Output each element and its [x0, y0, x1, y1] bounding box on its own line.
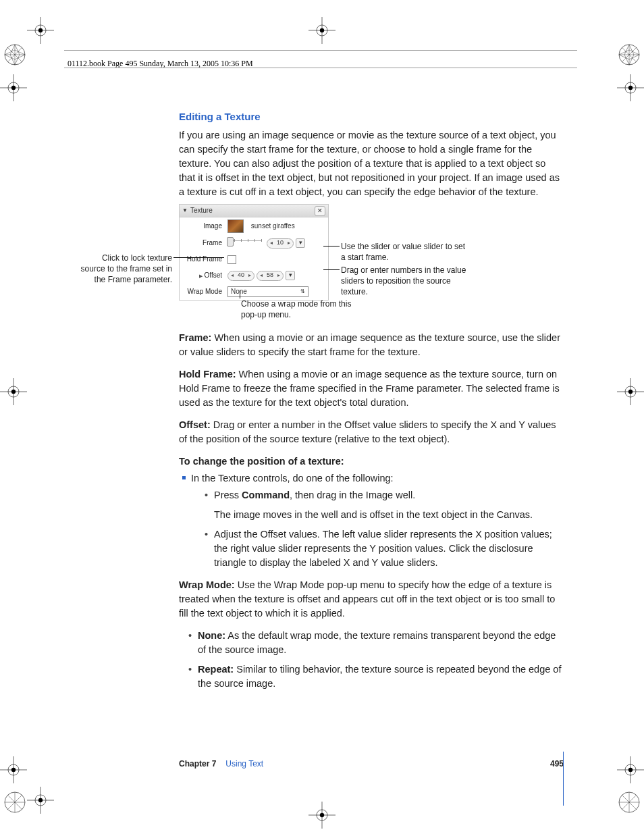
svg-point-26 [5, 792, 25, 812]
wrap-mode-list: None: As the default wrap mode, the text… [179, 629, 564, 691]
callout-line [323, 246, 340, 246]
run-in-label: Hold Frame: [179, 369, 236, 380]
run-in-label: None: [198, 630, 225, 641]
text: As the default wrap mode, the texture re… [198, 630, 556, 655]
intro-paragraph: If you are using an image sequence or mo… [179, 128, 564, 199]
page-number: 495 [550, 758, 564, 770]
label-frame: Frame [184, 238, 227, 249]
svg-line-23 [619, 55, 629, 59]
text: When using a movie or an image sequence … [179, 332, 560, 357]
registration-mark-icon [3, 43, 26, 66]
list-item: None: As the default wrap mode, the text… [198, 629, 564, 657]
text: Use the Wrap Mode pop-up menu to specify… [179, 579, 555, 619]
svg-line-5 [10, 45, 15, 55]
svg-point-65 [320, 813, 324, 817]
arrow-right-icon[interactable]: ▸ [247, 271, 252, 280]
arrow-left-icon[interactable]: ◂ [230, 271, 235, 280]
callout-left: Click to lock texture source to the fram… [78, 253, 172, 286]
crop-mark-icon [617, 756, 644, 783]
svg-point-40 [625, 82, 636, 93]
svg-line-30 [7, 795, 22, 810]
offset-y-slider[interactable]: ◂ 58 ▸ [257, 271, 284, 281]
body-text: Frame: When using a movie or an image se… [179, 331, 564, 699]
chapter-title: Using Text [225, 758, 263, 770]
row-holdframe: Hold Frame [180, 251, 328, 267]
svg-point-60 [35, 795, 46, 806]
frame-value-slider[interactable]: ◂ 10 ▸ [267, 238, 294, 249]
row-wrap: Wrap Mode None ⇅ [180, 284, 328, 300]
svg-line-20 [624, 55, 629, 65]
svg-point-48 [625, 386, 636, 397]
svg-line-25 [629, 55, 639, 59]
callout-right-2: Drag or enter numbers in the value slide… [341, 265, 476, 298]
para-hold: Hold Frame: When using a movie or an ima… [179, 367, 564, 410]
frame-slider[interactable] [227, 240, 262, 246]
svg-line-7 [10, 55, 15, 65]
crop-mark-icon [308, 17, 336, 44]
registration-mark-icon [618, 791, 641, 814]
hold-frame-checkbox[interactable] [227, 255, 236, 264]
image-name: sunset giraffes [251, 221, 295, 232]
offset-y-value: 58 [264, 271, 276, 280]
text: In the Texture controls, do one of the f… [191, 473, 394, 484]
crop-mark-icon [0, 756, 27, 783]
param-menu-icon[interactable]: ▾ [296, 238, 305, 248]
list-item: In the Texture controls, do one of the f… [191, 471, 564, 570]
slider-thumb-icon[interactable] [227, 237, 234, 246]
svg-line-11 [15, 50, 25, 55]
svg-line-18 [624, 45, 629, 55]
svg-point-45 [11, 390, 16, 394]
close-icon[interactable]: ✕ [315, 206, 325, 216]
figure: ▼ Texture ✕ Image sunset giraffes Frame [179, 204, 564, 325]
offset-x-slider[interactable]: ◂ 40 ▸ [227, 271, 254, 281]
para-wrap: Wrap Mode: Use the Wrap Mode pop-up menu… [179, 578, 564, 621]
svg-point-69 [320, 28, 324, 32]
svg-point-61 [38, 798, 43, 802]
row-frame: Frame ◂ 10 ▸ ▾ [180, 235, 328, 251]
crop-mark-icon [617, 378, 644, 405]
list-item: Press Command, then drag in the Image we… [214, 488, 564, 522]
text: When using a movie or an image sequence … [179, 369, 560, 408]
svg-point-53 [11, 768, 16, 772]
main-bullet-list: In the Texture controls, do one of the f… [179, 471, 564, 570]
run-in-label: Wrap Mode: [179, 579, 235, 590]
arrow-right-icon[interactable]: ▸ [276, 271, 281, 280]
svg-line-22 [619, 50, 629, 55]
svg-line-4 [7, 47, 22, 62]
crop-mark-icon [308, 802, 336, 829]
svg-point-0 [5, 45, 25, 65]
arrow-right-icon[interactable]: ▸ [286, 239, 292, 247]
svg-line-17 [622, 47, 637, 62]
svg-point-52 [8, 764, 19, 775]
label-image: Image [184, 221, 227, 232]
svg-point-49 [628, 390, 633, 394]
svg-point-56 [625, 764, 636, 775]
svg-point-31 [619, 792, 639, 812]
registration-mark-icon [618, 43, 641, 66]
callout-right-1: Use the slider or value slider to set a … [341, 241, 469, 263]
svg-point-13 [619, 45, 639, 65]
svg-point-68 [317, 25, 327, 36]
svg-line-3 [7, 47, 22, 62]
chapter-label: Chapter 7 [179, 758, 216, 770]
page: 01112.book Page 495 Sunday, March 13, 20… [0, 0, 644, 834]
text: The image moves in the well and is offse… [214, 509, 533, 520]
svg-line-19 [629, 45, 634, 55]
svg-point-72 [35, 25, 46, 36]
chevron-updown-icon: ⇅ [300, 288, 305, 296]
label-hold: Hold Frame [184, 255, 227, 265]
crop-mark-icon [27, 17, 54, 44]
disclosure-down-icon[interactable]: ▼ [182, 205, 188, 217]
label-offset: Offset [184, 271, 227, 281]
param-menu-icon[interactable]: ▾ [286, 271, 295, 280]
panel-header[interactable]: ▼ Texture ✕ [180, 205, 328, 217]
text: Adjust the Offset values. The left value… [214, 529, 552, 568]
rule [64, 50, 577, 51]
image-well[interactable] [227, 219, 244, 233]
arrow-left-icon[interactable]: ◂ [259, 271, 264, 280]
arrow-left-icon[interactable]: ◂ [269, 239, 274, 247]
text: Drag or enter a number in the Offset val… [179, 419, 556, 444]
list-item: Adjust the Offset values. The left value… [214, 527, 564, 570]
svg-point-41 [628, 86, 633, 90]
callout-bottom: Choose a wrap mode from this pop-up menu… [241, 298, 356, 320]
